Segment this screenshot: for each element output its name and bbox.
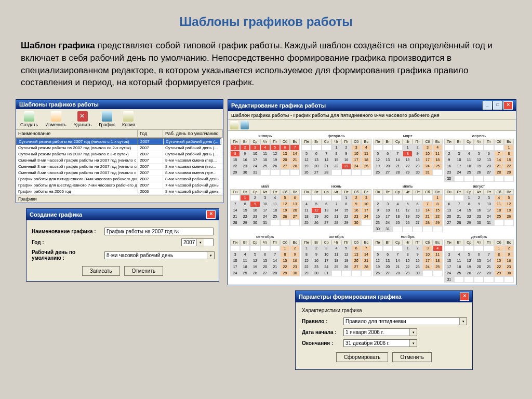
table-row[interactable]: Суточный режим работы на 2007 год (начал…	[16, 138, 221, 145]
grid-footer: Графики	[16, 195, 223, 203]
start-date[interactable]: 1 января 2006 г.▾	[343, 328, 417, 336]
save-button[interactable]: Записать	[82, 266, 120, 276]
close-icon[interactable]: ✕	[206, 210, 216, 219]
default-label: Рабочий день по умолчанию :	[32, 249, 104, 261]
month-10: октябрьПнВтСрЧтПтСбВс1234567891011121314…	[301, 234, 371, 283]
delete-button[interactable]: Удалить	[71, 110, 95, 128]
params-window: Параметры формирования графика ✕ Характе…	[295, 290, 473, 370]
month-12: декабрьПнВтСрЧтПтСбВс1234567891011121314…	[444, 234, 514, 283]
year-select[interactable]: 2007▾	[181, 238, 214, 246]
month-9: сентябрьПнВтСрЧтПтСбВс123456789101112131…	[230, 234, 300, 283]
templates-grid: Наименование Год Раб. день по умолчанию …	[16, 130, 223, 195]
end-label: Окончания :	[302, 340, 343, 346]
table-row[interactable]: Суточный режим работы на 2007 год (начал…	[16, 151, 223, 157]
create-button[interactable]: Создать	[17, 110, 41, 128]
year-calendar: январьПнВтСрЧтПтСбВс12345678910111213141…	[228, 131, 516, 285]
default-select[interactable]: 8-ми часовой рабочий день▾	[104, 251, 215, 259]
month-2: февральПнВтСрЧтПтСбВс1234567891011121314…	[301, 133, 371, 182]
refresh-icon[interactable]	[241, 121, 249, 129]
close-icon[interactable]: ✕	[503, 101, 513, 110]
chevron-down-icon[interactable]: ▾	[409, 329, 417, 336]
start-label: Дата начала :	[302, 329, 343, 335]
edit-button[interactable]: Изменить	[42, 110, 70, 128]
editor-window: Редактирование графика работы _ □ ✕ Шабл…	[228, 99, 516, 285]
month-3: мартПнВтСрЧтПтСбВс1234567891011121314151…	[373, 133, 443, 182]
table-row[interactable]: Сменный 8-ми часовой график работы на 20…	[16, 157, 223, 164]
month-5: майПнВтСрЧтПтСбВс12345678910111213141516…	[230, 183, 300, 232]
create-window: Создание графика ✕ Наименование графика …	[26, 208, 219, 282]
name-input[interactable]: График работы на 2007 год №	[104, 228, 214, 235]
editor-toolbar	[228, 120, 516, 131]
chevron-down-icon[interactable]: ▾	[207, 252, 214, 259]
col-default[interactable]: Раб. день по умолчанию	[163, 130, 223, 137]
name-label: Наименование графика :	[32, 229, 104, 234]
col-name[interactable]: Наименование	[16, 130, 138, 137]
month-7: июльПнВтСрЧтПтСбВс1234567891011121314151…	[373, 183, 443, 232]
chevron-down-icon[interactable]: ▾	[459, 318, 467, 325]
month-6: июньПнВтСрЧтПтСбВс1234567891011121314151…	[301, 183, 371, 232]
month-1: январьПнВтСрЧтПтСбВс12345678910111213141…	[230, 133, 300, 182]
rule-label: Правило :	[302, 318, 343, 324]
templates-list-window: Шаблоны графиков работы Создать Изменить…	[16, 99, 223, 203]
table-row[interactable]: График работы для шестидневного 7-ми час…	[16, 182, 223, 189]
col-year[interactable]: Год	[138, 130, 163, 137]
rule-select[interactable]: Правило для пятидневки▾	[343, 317, 467, 325]
table-row[interactable]: График работы для пятидневного 8-ми часо…	[16, 176, 223, 182]
table-row[interactable]: График работы на 2006 год20068-ми часово…	[16, 189, 223, 195]
minimize-icon[interactable]: _	[483, 101, 492, 110]
save-icon[interactable]	[230, 121, 238, 129]
table-row[interactable]: Суточный режим работы на 2007 год (начал…	[16, 145, 223, 151]
end-date[interactable]: 31 декабря 2006 г.▾	[343, 339, 417, 347]
close-icon[interactable]: ✕	[460, 292, 469, 301]
month-11: ноябрьПнВтСрЧтПтСбВс12345678910111213141…	[373, 234, 443, 283]
editor-subtitle: Шаблон графика работы - График работы дл…	[228, 111, 516, 120]
fieldset-legend: Характеристики графика	[302, 307, 466, 314]
cancel-button[interactable]: Отменить	[124, 266, 164, 276]
schedule-button[interactable]: График	[96, 110, 118, 128]
toolbar: Создать Изменить Удалить График Копия	[16, 109, 223, 130]
maximize-icon[interactable]: □	[493, 101, 502, 110]
window-title: Параметры формирования графика	[299, 294, 460, 300]
copy-button[interactable]: Копия	[119, 110, 138, 128]
chevron-down-icon[interactable]: ▾	[409, 340, 417, 347]
chevron-down-icon[interactable]: ▾	[196, 239, 204, 246]
month-4: апрельПнВтСрЧтПтСбВс12345678910111213141…	[444, 133, 514, 182]
table-row[interactable]: Сменный 8-ми часовой график работы на 20…	[16, 164, 223, 170]
table-row[interactable]: Сменный 8-ми часовой график работы на 20…	[16, 170, 223, 176]
cancel-button[interactable]: Отменить	[392, 352, 432, 362]
form-button[interactable]: Сформировать	[336, 352, 389, 362]
year-label: Год :	[32, 240, 104, 245]
month-8: августПнВтСрЧтПтСбВс12345678910111213141…	[444, 183, 514, 232]
intro-text: Шаблон графика представляет собой типово…	[0, 34, 532, 99]
window-title: Редактирование графика работы	[231, 102, 483, 109]
page-title: Шаблоны графиков работы	[0, 0, 532, 34]
window-title: Создание графика	[30, 211, 206, 218]
window-title: Шаблоны графиков работы	[19, 101, 220, 108]
